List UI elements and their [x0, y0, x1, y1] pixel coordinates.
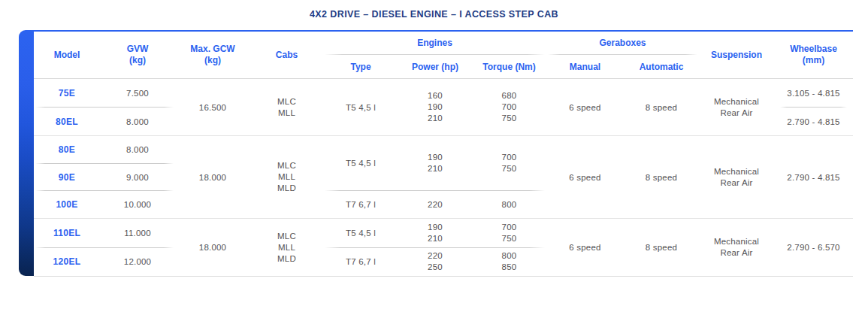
wheelbase-column: 3.105 - 4.815 2.790 - 4.815	[774, 79, 853, 135]
engine-power-cell: 190 210	[398, 219, 472, 247]
table-row: 100E 10.000	[34, 191, 175, 218]
model-cell: 110EL	[34, 219, 100, 247]
engine-power-cell: 160 190 210	[398, 79, 472, 135]
cabs-cell: MLC MLL MLD	[250, 136, 323, 218]
engine-block: T5 4,5 l 190 210 700 750	[323, 136, 546, 190]
col-header-engine-power: Power (hp)	[398, 55, 472, 78]
model-cell: 120EL	[34, 248, 100, 277]
suspension-cell: Mechanical Rear Air	[699, 219, 774, 276]
model-cell: 100E	[34, 191, 100, 218]
table-row-group: 110EL 11.000 120EL 12.000 18.000 MLC MLL…	[34, 219, 853, 276]
wheelbase-column: 2.790 - 4.815	[774, 136, 853, 218]
engine-type-cell: T5 4,5 l	[323, 79, 398, 135]
gvw-cell: 9.000	[100, 164, 175, 191]
col-group-gearboxes: Geraboxes Manual Automatic	[546, 32, 699, 78]
col-header-wheelbase: Wheelbase (mm)	[774, 32, 853, 78]
accent-gradient-bar	[19, 30, 34, 276]
engine-torque-cell: 800	[472, 191, 546, 218]
automatic-gearbox-cell: 8 speed	[624, 136, 699, 218]
wheelbase-cell: 3.105 - 4.815	[774, 79, 853, 107]
table-row: 120EL 12.000	[34, 248, 175, 277]
engine-torque-cell: 700 750	[472, 219, 546, 247]
table-row: 75E 7.500	[34, 79, 175, 107]
col-header-model: Model	[34, 32, 100, 78]
table-row-group: 80E 8.000 90E 9.000 100E 10.000 18.000 M…	[34, 136, 853, 218]
spec-table: Model GVW (kg) Max. GCW (kg) Cabs Engine…	[19, 30, 853, 277]
engine-block: T7 6,7 l 220 250 800 850	[323, 248, 546, 277]
gvw-cell: 12.000	[100, 248, 175, 277]
model-cell: 90E	[34, 164, 100, 191]
engine-block: T7 6,7 l 220 800	[323, 191, 546, 218]
table-row: 80E 8.000	[34, 136, 175, 163]
col-header-gcw: Max. GCW (kg)	[175, 32, 250, 78]
automatic-gearbox-cell: 8 speed	[624, 79, 699, 135]
wheelbase-cell: 2.790 - 6.570	[774, 219, 853, 276]
engine-block: T5 4,5 l 190 210 700 750	[323, 219, 546, 247]
table-header-row: Model GVW (kg) Max. GCW (kg) Cabs Engine…	[34, 32, 853, 79]
suspension-cell: Mechanical Rear Air	[699, 136, 774, 218]
gcw-cell: 16.500	[175, 79, 250, 135]
gvw-cell: 8.000	[100, 108, 175, 135]
col-header-manual: Manual	[546, 55, 624, 78]
manual-gearbox-cell: 6 speed	[546, 79, 624, 135]
manual-gearbox-cell: 6 speed	[546, 219, 624, 276]
engines-column: T5 4,5 l 160 190 210 680 700 750	[323, 79, 546, 135]
table-row: 80EL 8.000	[34, 108, 175, 135]
gvw-cell: 11.000	[100, 219, 175, 247]
model-cell: 80EL	[34, 108, 100, 135]
wheelbase-cell: 2.790 - 4.815	[774, 136, 853, 218]
automatic-gearbox-cell: 8 speed	[624, 219, 699, 276]
manual-gearbox-cell: 6 speed	[546, 136, 624, 218]
cabs-cell: MLC MLL MLD	[250, 219, 323, 276]
col-group-engines: Engines Type Power (hp) Torque (Nm)	[323, 32, 546, 78]
gvw-cell: 10.000	[100, 191, 175, 218]
model-cell: 75E	[34, 79, 100, 107]
gvw-cell: 8.000	[100, 136, 175, 163]
model-gvw-column: 75E 7.500 80EL 8.000	[34, 79, 175, 135]
table-row-group: 75E 7.500 80EL 8.000 16.500 MLC MLL T5 4…	[34, 79, 853, 135]
model-gvw-column: 80E 8.000 90E 9.000 100E 10.000	[34, 136, 175, 218]
col-header-automatic: Automatic	[624, 55, 699, 78]
engine-power-cell: 190 210	[398, 136, 472, 190]
table-row: 90E 9.000	[34, 164, 175, 191]
engines-group-label: Engines	[323, 32, 546, 54]
col-header-engine-type: Type	[323, 55, 398, 78]
page-title: 4X2 DRIVE – DIESEL ENGINE – I ACCESS STE…	[0, 9, 868, 20]
engine-type-cell: T5 4,5 l	[323, 219, 398, 247]
engine-type-cell: T5 4,5 l	[323, 136, 398, 190]
engine-block: T5 4,5 l 160 190 210 680 700 750	[323, 79, 546, 135]
table-content: Model GVW (kg) Max. GCW (kg) Cabs Engine…	[34, 30, 853, 277]
wheelbase-column: 2.790 - 6.570	[774, 219, 853, 276]
engine-type-cell: T7 6,7 l	[323, 191, 398, 218]
engine-power-cell: 220	[398, 191, 472, 218]
col-header-gvw: GVW (kg)	[100, 32, 175, 78]
engine-torque-cell: 800 850	[472, 248, 546, 277]
col-header-engine-torque: Torque (Nm)	[472, 55, 546, 78]
model-cell: 80E	[34, 136, 100, 163]
engine-torque-cell: 700 750	[472, 136, 546, 190]
table-row: 110EL 11.000	[34, 219, 175, 247]
col-header-cabs: Cabs	[250, 32, 323, 78]
gcw-cell: 18.000	[175, 136, 250, 218]
engines-column: T5 4,5 l 190 210 700 750 T7 6,7 l 220 25…	[323, 219, 546, 276]
engine-type-cell: T7 6,7 l	[323, 248, 398, 277]
engine-torque-cell: 680 700 750	[472, 79, 546, 135]
gcw-cell: 18.000	[175, 219, 250, 276]
engine-power-cell: 220 250	[398, 248, 472, 277]
gvw-cell: 7.500	[100, 79, 175, 107]
gearboxes-group-label: Geraboxes	[546, 32, 699, 54]
suspension-cell: Mechanical Rear Air	[699, 79, 774, 135]
col-header-suspension: Suspension	[699, 32, 774, 78]
engines-column: T5 4,5 l 190 210 700 750 T7 6,7 l 220 80…	[323, 136, 546, 218]
model-gvw-column: 110EL 11.000 120EL 12.000	[34, 219, 175, 276]
cabs-cell: MLC MLL	[250, 79, 323, 135]
wheelbase-cell: 2.790 - 4.815	[774, 108, 853, 135]
